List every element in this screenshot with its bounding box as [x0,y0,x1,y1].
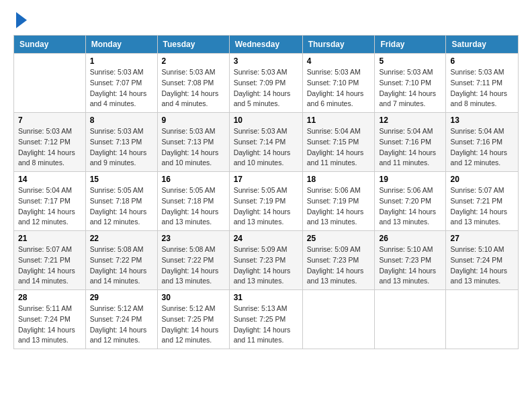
week-row-2: 7Sunrise: 5:03 AMSunset: 7:12 PMDaylight… [14,113,519,172]
calendar-cell [14,54,86,113]
day-number: 14 [18,175,81,184]
day-number: 28 [18,293,81,302]
calendar-cell: 2Sunrise: 5:03 AMSunset: 7:08 PMDaylight… [157,54,229,113]
day-info: Sunrise: 5:03 AMSunset: 7:07 PMDaylight:… [90,67,153,109]
day-info: Sunrise: 5:03 AMSunset: 7:14 PMDaylight:… [234,126,298,169]
day-number: 15 [90,175,153,184]
day-number: 13 [450,116,514,125]
day-info: Sunrise: 5:03 AMSunset: 7:13 PMDaylight:… [90,126,153,169]
day-info: Sunrise: 5:11 AMSunset: 7:24 PMDaylight:… [18,304,81,346]
calendar-cell [302,290,375,349]
day-info: Sunrise: 5:04 AMSunset: 7:16 PMDaylight:… [379,126,441,169]
calendar-cell [375,290,446,349]
day-info: Sunrise: 5:13 AMSunset: 7:25 PMDaylight:… [234,304,298,346]
day-info: Sunrise: 5:04 AMSunset: 7:17 PMDaylight:… [18,185,81,228]
day-info: Sunrise: 5:08 AMSunset: 7:22 PMDaylight:… [90,244,153,287]
calendar-table: SundayMondayTuesdayWednesdayThursdayFrid… [13,35,519,349]
calendar-cell: 31Sunrise: 5:13 AMSunset: 7:25 PMDayligh… [229,290,302,349]
day-number: 9 [162,116,225,125]
day-info: Sunrise: 5:10 AMSunset: 7:23 PMDaylight:… [379,244,441,287]
day-number: 19 [379,175,441,184]
week-row-3: 14Sunrise: 5:04 AMSunset: 7:17 PMDayligh… [14,172,519,231]
day-info: Sunrise: 5:03 AMSunset: 7:10 PMDaylight:… [307,67,371,109]
calendar-cell [446,290,519,349]
day-number: 8 [90,116,153,125]
header-tuesday: Tuesday [157,36,229,54]
calendar-header-row: SundayMondayTuesdayWednesdayThursdayFrid… [14,36,519,54]
day-info: Sunrise: 5:07 AMSunset: 7:21 PMDaylight:… [450,185,514,228]
page-header [13,13,519,28]
header-friday: Friday [375,36,446,54]
calendar-cell: 26Sunrise: 5:10 AMSunset: 7:23 PMDayligh… [375,231,446,290]
day-number: 21 [18,234,81,243]
header-wednesday: Wednesday [229,36,302,54]
header-monday: Monday [85,36,157,54]
day-number: 27 [450,234,514,243]
week-row-4: 21Sunrise: 5:07 AMSunset: 7:21 PMDayligh… [14,231,519,290]
day-number: 23 [162,234,225,243]
day-number: 31 [234,293,298,302]
day-number: 10 [234,116,298,125]
calendar-cell: 6Sunrise: 5:03 AMSunset: 7:11 PMDaylight… [446,54,519,113]
calendar-cell: 25Sunrise: 5:09 AMSunset: 7:23 PMDayligh… [302,231,375,290]
calendar-cell: 15Sunrise: 5:05 AMSunset: 7:18 PMDayligh… [85,172,157,231]
calendar-cell: 12Sunrise: 5:04 AMSunset: 7:16 PMDayligh… [375,113,446,172]
day-number: 24 [234,234,298,243]
calendar-cell: 24Sunrise: 5:09 AMSunset: 7:23 PMDayligh… [229,231,302,290]
day-number: 29 [90,293,153,302]
calendar-cell: 9Sunrise: 5:03 AMSunset: 7:13 PMDaylight… [157,113,229,172]
day-info: Sunrise: 5:07 AMSunset: 7:21 PMDaylight:… [18,244,81,287]
calendar-cell: 3Sunrise: 5:03 AMSunset: 7:09 PMDaylight… [229,54,302,113]
day-number: 4 [307,56,371,66]
day-number: 3 [234,56,298,66]
calendar-cell: 21Sunrise: 5:07 AMSunset: 7:21 PMDayligh… [14,231,86,290]
calendar-cell: 4Sunrise: 5:03 AMSunset: 7:10 PMDaylight… [302,54,375,113]
day-info: Sunrise: 5:03 AMSunset: 7:13 PMDaylight:… [162,126,225,169]
calendar-cell: 13Sunrise: 5:04 AMSunset: 7:16 PMDayligh… [446,113,519,172]
week-row-5: 28Sunrise: 5:11 AMSunset: 7:24 PMDayligh… [14,290,519,349]
day-info: Sunrise: 5:03 AMSunset: 7:08 PMDaylight:… [162,67,225,109]
day-info: Sunrise: 5:03 AMSunset: 7:09 PMDaylight:… [234,67,298,109]
calendar-cell: 14Sunrise: 5:04 AMSunset: 7:17 PMDayligh… [14,172,86,231]
day-info: Sunrise: 5:04 AMSunset: 7:16 PMDaylight:… [450,126,514,169]
day-info: Sunrise: 5:09 AMSunset: 7:23 PMDaylight:… [234,244,298,287]
day-number: 12 [379,116,441,125]
day-info: Sunrise: 5:03 AMSunset: 7:11 PMDaylight:… [450,67,514,109]
day-number: 6 [450,56,514,66]
day-info: Sunrise: 5:06 AMSunset: 7:20 PMDaylight:… [379,185,441,228]
day-info: Sunrise: 5:06 AMSunset: 7:19 PMDaylight:… [307,185,371,228]
day-info: Sunrise: 5:12 AMSunset: 7:24 PMDaylight:… [90,304,153,346]
day-number: 30 [162,293,225,302]
calendar-cell: 17Sunrise: 5:05 AMSunset: 7:19 PMDayligh… [229,172,302,231]
day-number: 5 [379,56,441,66]
day-number: 20 [450,175,514,184]
calendar-cell: 18Sunrise: 5:06 AMSunset: 7:19 PMDayligh… [302,172,375,231]
day-number: 26 [379,234,441,243]
calendar-cell: 10Sunrise: 5:03 AMSunset: 7:14 PMDayligh… [229,113,302,172]
day-info: Sunrise: 5:05 AMSunset: 7:18 PMDaylight:… [90,185,153,228]
calendar-cell: 20Sunrise: 5:07 AMSunset: 7:21 PMDayligh… [446,172,519,231]
logo [13,13,27,28]
day-number: 16 [162,175,225,184]
day-info: Sunrise: 5:04 AMSunset: 7:15 PMDaylight:… [307,126,371,169]
header-saturday: Saturday [446,36,519,54]
calendar-cell: 30Sunrise: 5:12 AMSunset: 7:25 PMDayligh… [157,290,229,349]
calendar-cell: 22Sunrise: 5:08 AMSunset: 7:22 PMDayligh… [85,231,157,290]
day-number: 11 [307,116,371,125]
calendar-cell: 29Sunrise: 5:12 AMSunset: 7:24 PMDayligh… [85,290,157,349]
week-row-1: 1Sunrise: 5:03 AMSunset: 7:07 PMDaylight… [14,54,519,113]
day-info: Sunrise: 5:05 AMSunset: 7:18 PMDaylight:… [162,185,225,228]
calendar-cell: 28Sunrise: 5:11 AMSunset: 7:24 PMDayligh… [14,290,86,349]
header-thursday: Thursday [302,36,375,54]
day-number: 2 [162,56,225,66]
logo-arrow-icon [16,12,27,28]
day-number: 25 [307,234,371,243]
calendar-cell: 7Sunrise: 5:03 AMSunset: 7:12 PMDaylight… [14,113,86,172]
day-number: 1 [90,56,153,66]
calendar-cell: 23Sunrise: 5:08 AMSunset: 7:22 PMDayligh… [157,231,229,290]
day-info: Sunrise: 5:08 AMSunset: 7:22 PMDaylight:… [162,244,225,287]
day-number: 18 [307,175,371,184]
calendar-cell: 5Sunrise: 5:03 AMSunset: 7:10 PMDaylight… [375,54,446,113]
calendar-cell: 11Sunrise: 5:04 AMSunset: 7:15 PMDayligh… [302,113,375,172]
day-info: Sunrise: 5:12 AMSunset: 7:25 PMDaylight:… [162,304,225,346]
